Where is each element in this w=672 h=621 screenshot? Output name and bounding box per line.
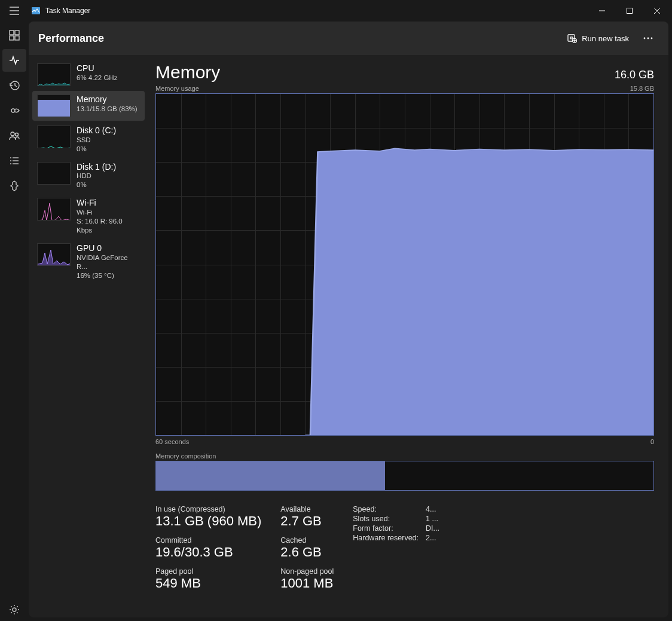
sidebar-disk1-sub2: 0% [77,181,116,189]
usage-max: 15.8 GB [630,85,654,92]
svg-point-29 [647,38,649,39]
usage-label: Memory usage [155,85,630,92]
nav-settings[interactable] [2,598,26,621]
memory-usage-chart[interactable] [155,93,654,436]
window-title: Task Manager [45,7,588,15]
speed-key: Speed: [353,505,419,513]
nav-startup[interactable] [2,99,26,122]
cached-label: Cached [280,536,334,544]
memory-composition-bar[interactable] [155,461,654,491]
sidebar-item-disk0[interactable]: Disk 0 (C:) SSD 0% [32,122,145,157]
sidebar-wifi-sub: Wi-Fi [77,208,140,217]
svg-point-22 [13,608,16,611]
sidebar-disk0-title: Disk 0 (C:) [77,126,116,136]
composition-label: Memory composition [155,452,654,460]
form-key: Form factor: [353,524,419,533]
sidebar-gpu0-title: GPU 0 [77,243,140,253]
sidebar-item-wifi[interactable]: Wi-Fi Wi-Fi S: 16.0 R: 96.0 Kbps [32,194,145,238]
sidebar-disk1-sub: HDD [77,172,116,181]
hw-value: 2... [426,534,439,542]
run-new-task-button[interactable]: Run new task [561,30,635,47]
slots-value: 1 ... [426,515,439,523]
disk1-thumbnail [37,162,71,185]
close-button[interactable] [643,0,671,22]
svg-rect-10 [10,36,14,40]
cached-value: 2.6 GB [280,544,334,560]
sidebar-item-memory[interactable]: Memory 13.1/15.8 GB (83%) [32,91,145,121]
svg-point-30 [651,38,653,39]
svg-point-13 [11,109,15,112]
sidebar-cpu-title: CPU [77,63,117,74]
in-use-value: 13.1 GB (960 MB) [155,513,261,529]
svg-point-14 [11,132,14,136]
xaxis-right: 0 [650,438,654,445]
nav-rail [0,22,29,621]
sidebar-disk0-sub: SSD [77,136,116,145]
slots-key: Slots used: [353,515,419,523]
wifi-thumbnail [37,198,71,221]
svg-rect-11 [15,36,19,40]
nav-users[interactable] [2,124,26,147]
nav-app-history[interactable] [2,74,26,97]
titlebar: Task Manager [0,0,672,22]
detail-panel: Memory 16.0 GB Memory usage 15.8 GB [148,55,668,617]
detail-title: Memory [155,62,615,82]
svg-point-28 [644,38,646,39]
run-task-label: Run new task [582,34,629,43]
paged-label: Paged pool [155,567,261,576]
stats-panel: In use (Compressed) 13.1 GB (960 MB) Com… [155,505,654,598]
page-title: Performance [38,32,561,45]
hw-key: Hardware reserved: [353,534,419,542]
hardware-info: Speed: 4... Slots used: 1 ... Form facto… [353,505,439,598]
sidebar-wifi-title: Wi-Fi [77,198,140,208]
nav-details[interactable] [2,149,26,172]
detail-total: 16.0 GB [615,69,654,81]
sidebar-cpu-sub: 6% 4.22 GHz [77,74,117,82]
sidebar-memory-title: Memory [77,94,138,105]
nav-processes[interactable] [2,24,26,47]
nav-performance[interactable] [2,49,26,72]
maximize-button[interactable] [616,0,643,22]
sidebar-item-cpu[interactable]: CPU 6% 4.22 GHz [32,60,145,90]
sidebar-wifi-sub2: S: 16.0 R: 96.0 Kbps [77,217,140,235]
svg-point-15 [16,133,19,136]
memory-thumbnail [37,94,71,117]
app-icon [31,6,41,16]
minimize-button[interactable] [588,0,616,22]
svg-marker-32 [38,100,71,117]
xaxis-left: 60 seconds [155,438,650,445]
nonpaged-value: 1001 MB [280,576,334,591]
hamburger-menu[interactable] [1,0,28,22]
composition-in-use [156,461,385,490]
available-value: 2.7 GB [280,513,334,529]
in-use-label: In use (Compressed) [155,505,261,513]
sidebar-item-disk1[interactable]: Disk 1 (D:) HDD 0% [32,158,145,194]
performance-sidebar: CPU 6% 4.22 GHz Memory 13.1/15.8 GB (83%… [29,55,148,617]
disk0-thumbnail [37,126,71,148]
run-task-icon [567,33,577,43]
page-header: Performance Run new task [29,22,668,55]
sidebar-memory-sub: 13.1/15.8 GB (83%) [77,105,138,114]
available-label: Available [280,505,334,513]
committed-label: Committed [155,536,261,544]
form-value: DI... [426,524,439,533]
svg-rect-5 [627,8,633,14]
gpu0-thumbnail [37,243,71,266]
sidebar-disk0-sub2: 0% [77,145,116,154]
sidebar-item-gpu0[interactable]: GPU 0 NVIDIA GeForce R... 16% (35 °C) [32,240,145,284]
cpu-thumbnail [37,63,71,86]
nonpaged-label: Non-paged pool [280,567,334,576]
sidebar-gpu0-sub2: 16% (35 °C) [77,271,140,280]
nav-services[interactable] [2,175,26,197]
speed-value: 4... [426,505,439,513]
svg-marker-35 [306,148,653,435]
paged-value: 549 MB [155,576,261,591]
svg-rect-8 [10,30,14,35]
svg-rect-24 [570,37,573,39]
svg-rect-9 [15,30,19,35]
sidebar-disk1-title: Disk 1 (D:) [77,162,116,172]
more-options-button[interactable] [637,37,659,39]
sidebar-gpu0-sub: NVIDIA GeForce R... [77,253,140,271]
committed-value: 19.6/30.3 GB [155,544,261,560]
